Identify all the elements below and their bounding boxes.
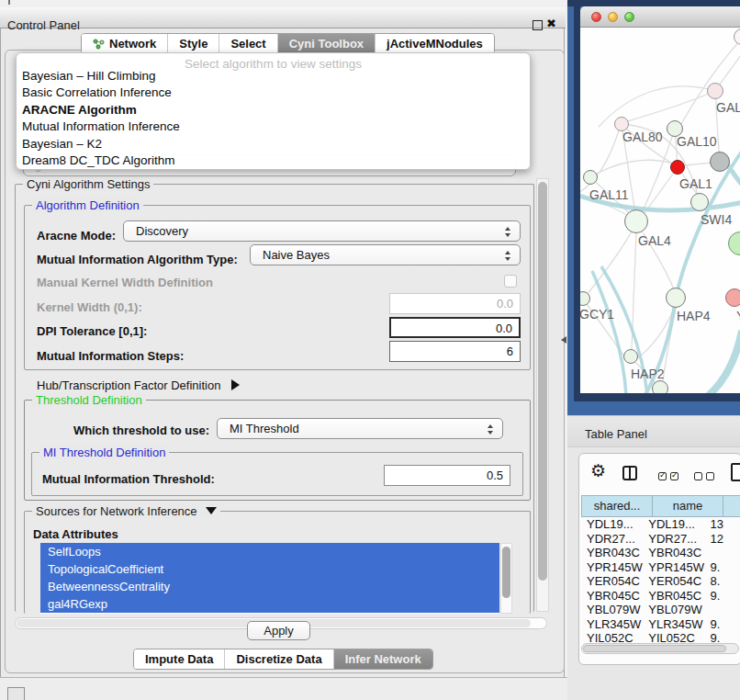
- mi-threshold-field[interactable]: 0.5: [384, 465, 510, 486]
- node-label-hap2: HAP2: [631, 367, 665, 381]
- attribute-item-topologicalcoefficient[interactable]: TopologicalCoefficient: [40, 560, 499, 578]
- close-traffic-light-icon[interactable]: [591, 12, 601, 22]
- table-panel-title: Table Panel: [585, 427, 647, 441]
- tab-cyni-toolbox[interactable]: Cyni Toolbox: [278, 34, 375, 53]
- algorithm-items: Bayesian – Hill ClimbingBasic Correlatio…: [21, 68, 525, 169]
- settings-vscrollbar-thumb[interactable]: [538, 182, 547, 581]
- tab-infer-network[interactable]: Infer Network: [334, 649, 432, 669]
- algorithm-definition-title: Algorithm Definition: [32, 198, 143, 212]
- desktop-navy-strip-left: [574, 0, 580, 401]
- stepper-arrows-icon: [505, 226, 511, 238]
- mi-steps-field[interactable]: 6: [389, 341, 521, 362]
- tab-select[interactable]: Select: [219, 34, 276, 53]
- zoom-traffic-light-icon[interactable]: [624, 12, 634, 22]
- tab-jactivemnodules[interactable]: jActiveMNodules: [376, 34, 494, 53]
- dpi-tolerance-field[interactable]: 0.0: [389, 317, 521, 338]
- algorithm-item-aracne-algorithm[interactable]: ARACNE Algorithm: [21, 102, 525, 119]
- network-node-gcy1[interactable]: [580, 291, 590, 306]
- gear-icon[interactable]: ⚙: [590, 462, 606, 480]
- table-row[interactable]: YDR27...YDR27...12: [581, 532, 740, 547]
- control-panel-titlebar[interactable]: Control Panel ✖: [0, 7, 566, 28]
- apply-button[interactable]: Apply: [247, 621, 310, 640]
- deselect-all-checkbox-icon[interactable]: [694, 472, 702, 480]
- minimize-traffic-light-icon[interactable]: [608, 12, 618, 22]
- algorithm-item-bayesian-k2[interactable]: Bayesian – K2: [21, 136, 525, 152]
- mi-type-value: Naive Bayes: [263, 248, 330, 262]
- network-node-gal4[interactable]: [624, 209, 648, 233]
- table-row[interactable]: YBR045CYBR045C9.: [581, 589, 740, 604]
- expanded-arrow-icon: [206, 507, 217, 514]
- select-all-checkbox-icon[interactable]: [670, 472, 678, 480]
- network-node-hap2[interactable]: [623, 349, 638, 364]
- table-row[interactable]: YBL079WYBL079W: [581, 603, 740, 617]
- algorithm-item-bayesian-hill-climbing[interactable]: Bayesian – Hill Climbing: [21, 68, 525, 85]
- sources-title: Sources for Network Inference: [36, 504, 197, 518]
- network-node[interactable]: [652, 380, 668, 393]
- network-node-gal1[interactable]: [670, 160, 685, 175]
- select-all-checkbox-icon[interactable]: [658, 472, 667, 480]
- manual-kernel-checkbox[interactable]: [504, 275, 517, 288]
- network-node-hap4[interactable]: [666, 288, 686, 308]
- node-label-y: Y: [736, 309, 740, 323]
- hub-definition-toggle[interactable]: Hub/Transcription Factor Definition: [37, 378, 240, 392]
- network-canvas[interactable]: GALGAL80GAL10GAL1GAL11SWI4GAL4GCY1HAP4YH…: [580, 28, 740, 393]
- network-nodes-layer: GALGAL80GAL10GAL1GAL11SWI4GAL4GCY1HAP4YH…: [580, 28, 740, 393]
- document-icon[interactable]: [731, 463, 740, 481]
- algorithm-item-basic-correlation-inference[interactable]: Basic Correlation Inference: [21, 85, 525, 101]
- network-node-gal11[interactable]: [583, 170, 598, 185]
- data-attributes-list: SelfLoopsTopologicalCoefficientBetweenne…: [40, 543, 499, 614]
- table-row[interactable]: YIL052CYIL052C9.: [581, 631, 740, 642]
- table-panel-titlebar[interactable]: Table Panel: [567, 415, 740, 447]
- manual-kernel-label: Manual Kernel Width Definition: [37, 276, 213, 289]
- network-node[interactable]: [728, 231, 740, 255]
- table-row[interactable]: YBR043CYBR043C: [581, 546, 740, 560]
- node-label-gal4: GAL4: [638, 233, 671, 248]
- collapsed-arrow-icon: [231, 379, 240, 390]
- mini-panel-icon[interactable]: [7, 687, 25, 700]
- column-layout-icon[interactable]: [622, 466, 637, 480]
- network-icon: [93, 39, 105, 50]
- network-window-titlebar[interactable]: [580, 6, 740, 28]
- algorithm-item-dream8-dc-tdc-algorithm[interactable]: Dream8 DC_TDC Algorithm: [21, 152, 525, 169]
- network-node[interactable]: [734, 28, 740, 45]
- tab-discretize-data[interactable]: Discretize Data: [225, 649, 332, 669]
- column-header-name[interactable]: name: [652, 495, 723, 517]
- control-panel-title: Control Panel: [7, 18, 80, 32]
- aracne-mode-combo[interactable]: Discovery: [123, 220, 521, 242]
- table-row[interactable]: YLR345WYLR345W9.: [581, 617, 740, 632]
- close-icon[interactable]: ✖: [546, 17, 556, 30]
- table-row[interactable]: YDL19...YDL19...13: [581, 517, 740, 532]
- cyni-settings-title: Cyni Algorithm Settings: [23, 177, 153, 191]
- kernel-width-field[interactable]: 0.0: [389, 293, 521, 314]
- aracne-mode-value: Discovery: [136, 224, 188, 238]
- sources-toggle[interactable]: Sources for Network Inference: [32, 504, 220, 518]
- which-threshold-combo[interactable]: MI Threshold: [217, 418, 503, 439]
- network-node-y[interactable]: [725, 288, 740, 307]
- network-node-swi4[interactable]: [690, 193, 709, 211]
- network-node[interactable]: [710, 152, 730, 172]
- tab-network[interactable]: Network: [82, 34, 167, 53]
- top-tabs: NetworkStyleSelectCyni ToolboxjActiveMNo…: [81, 33, 495, 54]
- attribute-item-selfloops[interactable]: SelfLoops: [40, 543, 499, 560]
- which-threshold-label: Which threshold to use:: [73, 423, 209, 437]
- table-row[interactable]: YER054CYER054C8.: [581, 574, 740, 589]
- algorithm-item-mutual-information-inference[interactable]: Mutual Information Inference: [21, 119, 525, 135]
- tab-style[interactable]: Style: [168, 34, 219, 53]
- float-window-icon[interactable]: [533, 20, 543, 30]
- table-toolbar: ⚙: [579, 454, 740, 494]
- network-node-gal[interactable]: [707, 83, 723, 99]
- kernel-width-label: Kernel Width (0,1):: [37, 300, 142, 314]
- table-hscrollbar-thumb[interactable]: [583, 645, 726, 652]
- mi-type-combo[interactable]: Naive Bayes: [250, 244, 521, 265]
- attribute-item-betweennesscentrality[interactable]: BetweennessCentrality: [40, 578, 499, 595]
- table-row[interactable]: YPR145WYPR145W9.: [581, 560, 740, 575]
- aracne-mode-label: Aracne Mode:: [37, 229, 116, 243]
- tab-impute-data[interactable]: Impute Data: [134, 649, 224, 669]
- column-header-a[interactable]: A: [723, 495, 740, 517]
- attribute-item-gal4rgexp[interactable]: gal4RGexp: [40, 595, 499, 613]
- column-header-shared[interactable]: shared...: [581, 495, 652, 517]
- splitter-collapse-arrow[interactable]: [561, 336, 566, 344]
- threshold-definition-title: Threshold Definition: [32, 393, 146, 407]
- attributes-scrollbar-thumb[interactable]: [502, 547, 510, 598]
- deselect-all-checkbox-icon[interactable]: [706, 472, 714, 480]
